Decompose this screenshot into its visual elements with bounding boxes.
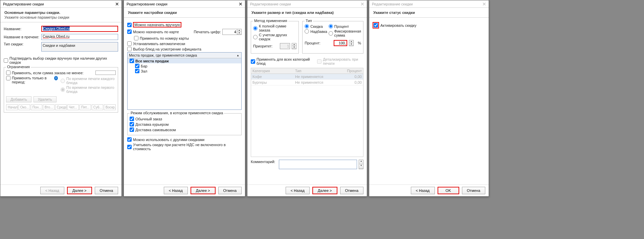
step2-heading: Укажите настройки скидки — [128, 11, 241, 15]
cancel-button[interactable]: Отмена — [95, 187, 118, 194]
place-all: Все места продаж — [128, 58, 241, 63]
category-table: Категория Тип Процент КофеНе применяется… — [251, 68, 363, 157]
dialog-title: Редактирование скидки — [250, 2, 291, 6]
waiter-checkbox[interactable] — [127, 47, 132, 51]
table-row: КофеНе применяется0,00 — [251, 74, 363, 80]
method-legend: Метод применения — [253, 19, 288, 23]
auto-checkbox[interactable] — [127, 41, 132, 46]
vat-checkbox[interactable] — [127, 145, 132, 149]
waiter-label: Выбор блюд на усмотрение официанта — [133, 47, 201, 51]
back-button[interactable]: < Назад — [164, 187, 188, 194]
restrict-legend: Ограничения — [6, 65, 31, 69]
comment-input[interactable] — [279, 160, 357, 169]
comment-spinner[interactable]: ▲▼ — [359, 160, 363, 169]
mode-normal-checkbox[interactable] — [130, 117, 134, 121]
apply-min-label: Применять, если сумма заказа не менее: — [12, 71, 94, 75]
places-header[interactable]: Места продаж, где применяется скидка▲ — [128, 53, 241, 58]
next-button[interactable]: Далее > — [67, 187, 92, 194]
percent-input[interactable] — [334, 40, 347, 46]
dialog-step1: Редактирование скидки ✕ Основные парамет… — [0, 0, 122, 197]
print-digits-spinner[interactable]: ▲▼ — [237, 29, 242, 35]
name-input[interactable]: Скидка Obed.ru — [41, 26, 118, 32]
dialog-step4: Редактирование скидки ✕ Укажите статус с… — [369, 0, 489, 197]
close-icon[interactable]: ✕ — [114, 1, 120, 7]
type-legend: Тип — [305, 19, 313, 23]
step4-heading: Укажите статус скидки — [373, 11, 485, 15]
manual-checkbox[interactable] — [127, 23, 132, 27]
step1-subheading: Укажите основные параметры скидки — [4, 15, 117, 19]
step3-heading: Укажите размер и тип (скидка или надбавк… — [251, 11, 363, 15]
precheck-input[interactable]: Скидка Obed.ru — [41, 34, 118, 40]
dialog-step3: Редактирование скидки ✕ Укажите размер и… — [247, 0, 367, 197]
place-bar: Бар — [128, 63, 241, 68]
method-full-radio[interactable] — [253, 26, 258, 31]
th-percent: Процент — [336, 68, 363, 74]
close-icon[interactable]: ✕ — [359, 1, 365, 7]
back-button[interactable]: < Назад — [286, 187, 310, 194]
method-other-radio[interactable] — [253, 35, 258, 39]
step1-heading: Основные параметры скидки. — [4, 11, 117, 15]
apply-period-checkbox[interactable] — [6, 76, 10, 80]
apply-min-input[interactable] — [95, 71, 116, 75]
next-button[interactable]: Далее > — [312, 187, 337, 194]
print-digits-label: Печатать цифр: — [194, 30, 221, 34]
close-icon[interactable]: ✕ — [481, 1, 487, 7]
precheck-label: Название в пречеке: — [4, 35, 39, 39]
cancel-button[interactable]: Отмена — [340, 187, 363, 194]
confirm-checkbox[interactable] — [4, 58, 8, 63]
th-type: Тип — [294, 68, 336, 74]
day-tabs: Начало Око... Пон... Вто... Среда Чет...… — [6, 104, 116, 110]
by-card-label: Можно назначать по карте — [133, 30, 179, 34]
by-card-checkbox[interactable] — [127, 29, 132, 34]
percent-spinner[interactable]: ▲▼ — [349, 40, 354, 46]
add-button: Добавить — [6, 96, 31, 102]
name-label: Название: — [4, 27, 39, 31]
print-digits-input[interactable] — [222, 29, 237, 35]
by-card-num-label: Применять по номеру карты — [140, 36, 189, 40]
back-button: < Назад — [40, 187, 64, 194]
type-select[interactable]: Скидки и надбавки — [41, 42, 118, 52]
mode-legend: Режим обслуживания, в котором применяетс… — [130, 111, 224, 115]
apply-all-checkbox[interactable] — [251, 59, 255, 64]
dialog-step2: Редактирование скидки ✕ Укажите настройк… — [124, 0, 245, 197]
apply-min-checkbox[interactable] — [6, 71, 10, 75]
type-surcharge-radio[interactable] — [305, 29, 309, 34]
mode-courier-checkbox[interactable] — [130, 122, 134, 126]
other-disc-checkbox[interactable] — [127, 137, 132, 142]
by-card-num-checkbox[interactable] — [134, 36, 138, 40]
info-icon: i — [54, 76, 58, 80]
auto-label: Устанавливать автоматически — [133, 42, 185, 46]
dialog-title: Редактирование скидки — [372, 2, 413, 6]
priority-input — [280, 43, 290, 49]
confirm-label: Подтвердить выбор скидки вручную при нал… — [9, 56, 118, 64]
dialog-title: Редактирование скидки — [3, 2, 44, 6]
priority-label: Приоритет: — [253, 44, 278, 48]
th-category: Категория — [251, 68, 294, 74]
type-discount-radio[interactable] — [305, 24, 309, 28]
chevron-up-icon: ▲ — [237, 54, 239, 57]
mode-self-checkbox[interactable] — [130, 127, 134, 132]
detail-print-checkbox — [317, 59, 321, 64]
by-first-radio — [61, 87, 65, 92]
cancel-button[interactable]: Отмена — [218, 187, 242, 194]
place-hall: Зал — [128, 68, 241, 74]
back-button[interactable]: < Назад — [411, 187, 435, 194]
type-label: Тип скидки: — [4, 42, 39, 46]
close-icon[interactable]: ✕ — [238, 1, 244, 7]
dialog-title: Редактирование скидки — [127, 2, 168, 6]
places-listbox[interactable]: Места продаж, где применяется скидка▲ Вс… — [127, 52, 242, 110]
activate-label: Активировать скидку — [380, 23, 416, 27]
cancel-button[interactable]: Отмена — [462, 187, 485, 194]
comment-label: Комментарий: — [251, 160, 277, 164]
apply-period-label: Применять только в период: — [12, 76, 53, 84]
by-each-radio — [61, 79, 65, 83]
delete-button: Удалить — [34, 96, 57, 102]
type-percent-radio[interactable] — [329, 24, 333, 28]
ok-button[interactable]: OK — [438, 187, 459, 194]
percent-label: Процент: — [305, 41, 332, 45]
type-fixed-radio[interactable] — [329, 31, 333, 36]
next-button[interactable]: Далее > — [191, 187, 216, 194]
activate-checkbox[interactable] — [374, 23, 378, 27]
manual-label: Можно назначать вручную — [133, 22, 181, 27]
priority-spinner: ▲▼ — [292, 43, 296, 49]
